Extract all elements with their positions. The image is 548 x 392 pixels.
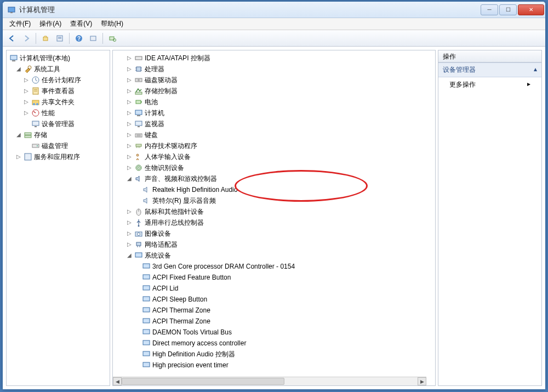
svg-rect-67 [143, 297, 150, 301]
device-ide[interactable]: ▷IDE ATA/ATAPI 控制器 [118, 53, 435, 64]
tree-task-scheduler[interactable]: ▷ 任务计划程序 [8, 75, 109, 86]
device-sd-tz1[interactable]: ·ACPI Thermal Zone [118, 305, 435, 316]
refresh-button[interactable] [87, 32, 99, 44]
device-system[interactable]: ◢系统设备 [118, 250, 435, 261]
up-button[interactable] [39, 32, 52, 44]
svg-rect-0 [8, 7, 15, 12]
collapse-icon[interactable]: ◢ [15, 64, 22, 75]
device-sound-intel[interactable]: ·英特尔(R) 显示器音频 [118, 195, 435, 206]
device-keyboard[interactable]: ▷键盘 [118, 129, 435, 140]
device-biometric[interactable]: ▷生物识别设备 [118, 162, 435, 173]
chip-icon [142, 328, 151, 337]
expand-icon[interactable]: ▷ [15, 151, 22, 162]
svg-rect-68 [143, 308, 150, 312]
help-button[interactable]: ? [73, 32, 85, 44]
properties-button[interactable] [54, 32, 66, 44]
clock-icon [31, 76, 40, 84]
device-battery[interactable]: ▷电池 [118, 96, 435, 107]
minimize-button[interactable]: ─ [481, 4, 498, 15]
back-button[interactable] [6, 32, 18, 44]
device-sound[interactable]: ◢声音、视频和游戏控制器 [118, 173, 435, 184]
sound-icon [134, 174, 143, 183]
svg-point-57 [138, 225, 140, 227]
toolbar-separator [36, 33, 36, 44]
collapse-arrow-icon: ▴ [534, 65, 537, 75]
device-sd-sleep[interactable]: ·ACPI Sleep Button [118, 294, 435, 305]
device-memtech[interactable]: ▷内存技术驱动程序 [118, 140, 435, 151]
event-icon [31, 87, 40, 95]
device-mouse[interactable]: ▷鼠标和其他指针设备 [118, 206, 435, 217]
svg-point-59 [138, 233, 140, 236]
actions-more[interactable]: 更多操作 ▸ [438, 77, 541, 92]
tree-shared-folders[interactable]: ▷ 共享文件夹 [8, 96, 109, 107]
ide-icon [134, 54, 143, 63]
svg-rect-8 [90, 36, 96, 41]
camera-icon [134, 229, 143, 238]
menu-file[interactable]: 文件(F) [5, 18, 35, 30]
device-sd-daemon[interactable]: ·DAEMON Tools Virtual Bus [118, 327, 435, 338]
scroll-left-button[interactable]: ◀ [113, 377, 122, 385]
maximize-button[interactable]: ☐ [499, 4, 517, 15]
svg-rect-47 [136, 144, 141, 146]
device-usb[interactable]: ▷通用串行总线控制器 [118, 217, 435, 228]
tree-disk-management[interactable]: ▷ 磁盘管理 [8, 140, 109, 151]
tree-system-tools[interactable]: ◢ 系统工具 [8, 64, 109, 75]
device-sd-fixed[interactable]: ·ACPI Fixed Feature Button [118, 272, 435, 283]
tree-device-manager[interactable]: ▷ 设备管理器 [8, 118, 109, 129]
collapse-icon[interactable]: ◢ [15, 129, 22, 140]
forward-button[interactable] [20, 32, 32, 44]
device-hid[interactable]: ▷人体学输入设备 [118, 151, 435, 162]
svg-rect-64 [143, 264, 150, 268]
speaker-icon [142, 196, 151, 205]
scroll-right-button[interactable]: ▶ [418, 377, 426, 385]
hid-icon [134, 152, 143, 161]
expand-icon[interactable]: ▷ [23, 96, 30, 107]
tree-storage[interactable]: ◢ 存储 [8, 129, 109, 140]
tree-event-viewer[interactable]: ▷ 事件查看器 [8, 86, 109, 96]
scan-button[interactable] [106, 32, 118, 44]
menu-view[interactable]: 查看(V) [66, 18, 96, 30]
expand-icon[interactable]: ▷ [23, 107, 30, 118]
device-sd-dma[interactable]: ·Direct memory access controller [118, 338, 435, 349]
scroll-track[interactable] [122, 377, 418, 385]
close-button[interactable]: ✕ [518, 4, 544, 15]
device-sd-tz2[interactable]: ·ACPI Thermal Zone [118, 316, 435, 327]
app-window: 计算机管理 ─ ☐ ✕ 文件(F) 操作(A) 查看(V) 帮助(H) ? [2, 1, 546, 390]
device-disk-drives[interactable]: ▷磁盘驱动器 [118, 75, 435, 86]
device-network[interactable]: ▷网络适配器 [118, 239, 435, 250]
actions-section[interactable]: 设备管理器 ▴ [438, 63, 541, 77]
tree-root[interactable]: 计算机管理(本地) [8, 53, 109, 64]
keyboard-icon [134, 130, 143, 139]
scroll-thumb[interactable] [122, 378, 284, 385]
svg-rect-70 [143, 329, 150, 334]
device-sd-hdaudio[interactable]: ·High Definition Audio 控制器 [118, 349, 435, 360]
svg-rect-25 [25, 135, 31, 138]
device-monitor[interactable]: ▷监视器 [118, 118, 435, 129]
chip-icon [142, 273, 151, 282]
storage-ctrl-icon [134, 87, 143, 95]
svg-rect-69 [143, 319, 150, 323]
memory-icon [134, 141, 143, 150]
device-sd-dram[interactable]: ·3rd Gen Core processor DRAM Controller … [118, 261, 435, 272]
device-sd-hpet[interactable]: ·High precision event timer [118, 360, 435, 371]
menu-help[interactable]: 帮助(H) [96, 18, 128, 30]
svg-rect-30 [136, 67, 141, 71]
svg-rect-1 [10, 12, 13, 13]
device-sound-realtek[interactable]: ·Realtek High Definition Audio [118, 184, 435, 195]
svg-point-27 [37, 145, 38, 146]
device-sd-lid[interactable]: ·ACPI Lid [118, 283, 435, 294]
svg-point-13 [28, 66, 31, 69]
toolbar-separator [69, 33, 70, 44]
menu-action[interactable]: 操作(A) [35, 18, 66, 30]
horizontal-scrollbar[interactable]: ◀ ▶ [113, 377, 426, 385]
device-storage-ctrl[interactable]: ▷存储控制器 [118, 86, 435, 96]
device-imaging[interactable]: ▷图像设备 [118, 228, 435, 239]
chip-icon [142, 361, 151, 370]
device-computer[interactable]: ▷计算机 [118, 107, 435, 118]
tree-services-apps[interactable]: ▷ 服务和应用程序 [8, 151, 109, 162]
device-cpu[interactable]: ▷处理器 [118, 64, 435, 75]
tree-performance[interactable]: ▷ 性能 [8, 107, 109, 118]
expand-icon[interactable]: ▷ [23, 75, 30, 86]
expand-icon[interactable]: ▷ [23, 86, 30, 96]
content-area: 计算机管理(本地) ◢ 系统工具 ▷ 任务计划程序 ▷ 事件查看器 [3, 47, 545, 389]
